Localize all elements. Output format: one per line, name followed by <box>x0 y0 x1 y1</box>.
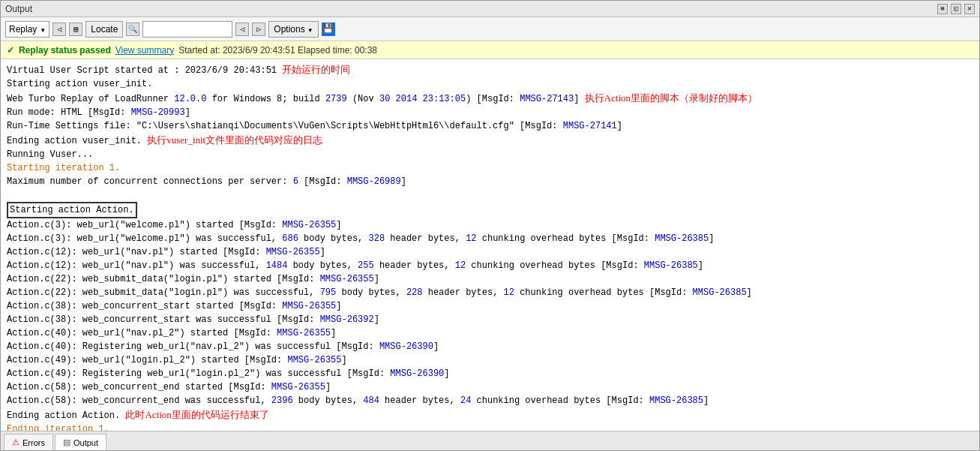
document-icon[interactable]: ▤ <box>69 23 82 36</box>
output-line: Web Turbo Replay of LoadRunner 12.0.0 fo… <box>7 91 973 106</box>
output-line: Action.c(3): web_url("welcome.pl") was s… <box>7 232 973 245</box>
close-button[interactable]: ✕ <box>964 4 975 14</box>
output-line: Ending action Action. 此时Action里面的代码运行结束了 <box>7 407 973 422</box>
output-line: Action.c(38): web_concurrent_start was s… <box>7 313 973 326</box>
output-line: Maximum number of concurrent connections… <box>7 175 973 188</box>
window-title: Output <box>5 4 32 14</box>
output-line-boxed: Starting action Action. <box>7 202 973 218</box>
output-line: Action.c(22): web_submit_data("login.pl"… <box>7 286 973 299</box>
status-info-text: Started at: 2023/6/9 20:43:51 Elapsed ti… <box>178 45 377 56</box>
output-line: Action.c(40): Registering web_url("nav.p… <box>7 340 973 353</box>
output-line: Virtual User Script started at : 2023/6/… <box>7 62 973 77</box>
output-line: Running Vuser... <box>7 148 973 161</box>
search-icon[interactable]: 🔍 <box>126 23 139 36</box>
output-line: Action.c(49): Registering web_url("login… <box>7 367 973 380</box>
output-line: Ending iteration 1. <box>7 422 973 431</box>
bottom-tabs: ⚠ Errors ▤ Output <box>1 431 979 450</box>
output-icon: ▤ <box>63 437 70 447</box>
output-line: Action.c(22): web_submit_data("login.pl"… <box>7 272 973 286</box>
options-chevron-icon <box>307 24 313 35</box>
annotation: 此时Action里面的代码运行结束了 <box>125 409 268 420</box>
check-icon: ✓ <box>7 45 14 56</box>
output-line: Action.c(38): web_concurrent_start start… <box>7 299 973 313</box>
annotation: 执行vuser_init文件里面的代码对应的日志 <box>147 134 322 146</box>
float-button[interactable]: ◱ <box>951 4 961 14</box>
chevron-down-icon <box>40 24 46 35</box>
output-line <box>7 188 973 202</box>
save-button[interactable]: 💾 <box>322 23 335 36</box>
output-line: Action.c(58): web_concurrent_end started… <box>7 380 973 394</box>
output-tab-label: Output <box>73 438 98 447</box>
next-result-icon[interactable]: ▷ <box>252 23 265 36</box>
tab-errors[interactable]: ⚠ Errors <box>4 434 53 450</box>
annotation: 执行Action里面的脚本（录制好的脚本） <box>585 92 757 104</box>
pin-button[interactable]: ⊕ <box>937 4 948 14</box>
view-summary-link[interactable]: View summary <box>115 45 174 56</box>
locate-label: Locate <box>91 24 118 35</box>
toolbar: Replay ◁ ▤ Locate 🔍 ◁ ▷ Options 💾 <box>1 17 979 41</box>
back-button[interactable]: ◁ <box>52 23 66 36</box>
output-line: Action.c(12): web_url("nav.pl") was succ… <box>7 259 973 272</box>
output-line: Action.c(3): web_url("welcome.pl") start… <box>7 218 973 232</box>
options-label: Options <box>274 24 304 35</box>
output-line: Ending action vuser_init. 执行vuser_init文件… <box>7 133 973 148</box>
output-line: Action.c(49): web_url("login.pl_2") star… <box>7 353 973 367</box>
options-button[interactable]: Options <box>268 21 318 38</box>
title-bar: Output ⊕ ◱ ✕ <box>1 1 979 17</box>
locate-button[interactable]: Locate <box>85 21 123 38</box>
output-line: Action.c(58): web_concurrent_end was suc… <box>7 394 973 407</box>
output-line: Starting action vuser_init. <box>7 77 973 91</box>
output-area[interactable]: Virtual User Script started at : 2023/6/… <box>1 59 979 431</box>
output-line: Action.c(40): web_url("nav.pl_2") starte… <box>7 326 973 340</box>
status-bar: ✓ Replay status passed View summary Star… <box>1 41 979 59</box>
replay-dropdown[interactable]: Replay <box>5 21 49 38</box>
output-line: Action.c(12): web_url("nav.pl") started … <box>7 245 973 259</box>
title-bar-buttons: ⊕ ◱ ✕ <box>937 4 975 14</box>
search-input[interactable] <box>142 21 232 38</box>
status-passed-text: Replay status passed <box>19 45 111 56</box>
replay-label: Replay <box>9 24 37 35</box>
error-icon: ⚠ <box>12 437 19 447</box>
output-line: Starting iteration 1. <box>7 161 973 175</box>
annotation: 开始运行的时间 <box>282 64 350 75</box>
output-line: Run mode: HTML [MsgId: MMSG-20993] <box>7 106 973 119</box>
output-window: Output ⊕ ◱ ✕ Replay ◁ ▤ Locate 🔍 ◁ ▷ Opt… <box>0 0 980 451</box>
errors-tab-label: Errors <box>22 438 45 447</box>
tab-output[interactable]: ▤ Output <box>55 434 106 450</box>
prev-result-icon[interactable]: ◁ <box>235 23 249 36</box>
output-line: Run-Time Settings file: "C:\Users\shatia… <box>7 119 973 133</box>
